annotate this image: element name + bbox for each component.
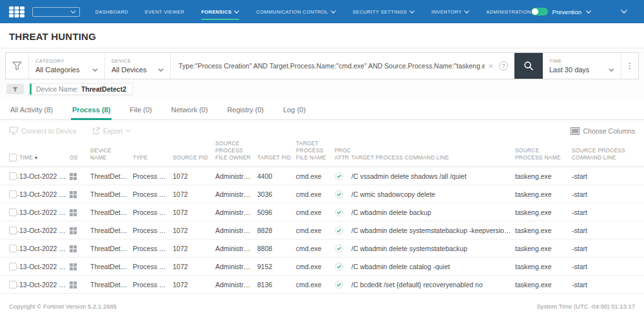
row-checkbox[interactable] [9,208,17,216]
col-header-source-cmd[interactable]: SOURCE PROCESS COMMAND LINE [572,137,644,167]
tab-all-activity-8[interactable]: All Activity (8) [9,101,54,119]
nav-item-administration[interactable]: ADMINISTRATION [486,6,531,18]
org-scope-select[interactable] [32,7,80,17]
table-row[interactable]: 13-Oct-2022 1...ThreatDetect2Process Cre… [0,185,644,203]
nav-item-inventory[interactable]: INVENTORY [431,6,469,18]
cell-type: Process Creation [133,221,173,239]
col-header-source-name[interactable]: SOURCE PROCESS NAME [515,137,572,167]
time-range-dropdown[interactable]: TIME Last 30 days [543,53,621,79]
events-table-wrap: TIME▾OSDEVICE NAMETYPESOURCE PIDSOURCE P… [0,137,644,297]
more-options-icon[interactable]: ⋮ [621,53,638,79]
nav-item-security-settings[interactable]: SECURITY SETTINGS [353,6,415,18]
cell-target-name: cmd.exe [296,239,335,258]
col-header-os[interactable]: OS [70,137,90,167]
mode-label: Prevention [552,8,581,15]
cell-select [0,239,19,258]
tab-registry-0[interactable]: Registry (0) [226,101,265,119]
col-header-target-name[interactable]: TARGET PROCESS FILE NAME [296,137,335,167]
windows-os-icon [70,173,77,180]
category-value: All Categories [35,66,79,74]
table-row[interactable]: 13-Oct-2022 1...ThreatDetect2Process Cre… [0,167,644,185]
cell-target-pid: 8808 [257,239,296,258]
process-attribute-verified-icon[interactable] [335,244,344,253]
process-attribute-verified-icon[interactable] [335,226,344,235]
cell-device-name: ThreatDetect2 [90,167,133,185]
row-checkbox[interactable] [9,190,17,198]
cell-source-cmd: -start [572,221,644,239]
col-header-target-cmd[interactable]: TARGET PROCESS COMMAND LINE [351,137,515,167]
tab-file-0[interactable]: File (0) [128,101,153,119]
tab-process-8[interactable]: Process (8) [71,101,112,119]
table-row[interactable]: 13-Oct-2022 1...ThreatDetect2Process Cre… [0,239,644,258]
cell-time: 13-Oct-2022 1... [19,239,70,258]
connect-to-device-label: Connect to Device [21,127,77,135]
col-header-attr[interactable]: PROC ATTR [335,137,351,167]
tab-network-0[interactable]: Network (0) [170,101,210,119]
col-header-type[interactable]: TYPE [133,137,173,167]
cell-target-pid: 5096 [257,203,296,221]
cell-device-name: ThreatDetect2 [90,203,133,221]
row-checkbox[interactable] [9,245,17,252]
cell-target-name: cmd.exe [296,185,335,203]
nav-item-dashboard[interactable]: DASHBOARD [95,6,128,18]
cell-os [70,167,90,185]
col-header-device[interactable]: DEVICE NAME [90,137,133,167]
cell-select [0,258,19,276]
col-header-label: TARGET PID [257,154,291,161]
applied-filter-funnel-button[interactable] [6,84,24,94]
category-dropdown[interactable]: CATEGORY All Categories [29,53,105,79]
nav-right: Prevention [531,8,636,15]
tab-log-0[interactable]: Log (0) [282,101,307,119]
query-input[interactable]: Type:"Process Creation" AND Target.Proce… [171,53,485,79]
select-all-checkbox[interactable] [9,154,17,161]
nav-item-event-viewer[interactable]: EVENT VIEWER [145,6,184,18]
search-button[interactable] [514,53,543,79]
device-dropdown[interactable]: DEVICE All Devices [105,53,171,79]
row-checkbox[interactable] [9,263,17,270]
process-attribute-verified-icon[interactable] [335,172,344,181]
process-attribute-verified-icon[interactable] [335,208,344,217]
row-checkbox[interactable] [9,281,17,289]
process-attribute-verified-icon[interactable] [335,190,344,199]
table-header-row: TIME▾OSDEVICE NAMETYPESOURCE PIDSOURCE P… [0,137,644,167]
cell-source-owner: Administrators [215,185,257,203]
chevron-down-icon [126,129,131,132]
choose-columns-button[interactable]: Choose Columns [571,127,635,135]
process-attribute-verified-icon[interactable] [335,262,344,271]
table-row[interactable]: 13-Oct-2022 1...ThreatDetect2Process Cre… [0,276,644,294]
query-help-icon[interactable]: ? [499,61,508,70]
chevron-down-icon [92,68,98,72]
process-attribute-verified-icon[interactable] [335,280,344,289]
filter-funnel-icon [6,53,29,79]
toggle-on-icon[interactable] [531,8,548,15]
connect-to-device-button[interactable]: Connect to Device [9,127,77,135]
columns-icon [571,127,580,135]
device-label: DEVICE [112,58,164,64]
col-header-owner[interactable]: SOURCE PROCESS FILE OWNER [215,137,257,167]
nav-item-label: SECURITY SETTINGS [353,9,407,15]
col-header-source-pid[interactable]: SOURCE PID [173,137,215,167]
row-checkbox[interactable] [9,172,17,180]
nav-item-forensics[interactable]: FORENSICS [201,6,239,18]
col-header-label: SOURCE PROCESS FILE OWNER [215,140,251,161]
cell-source-pid: 1072 [173,167,215,185]
windows-os-icon [70,209,77,216]
export-button[interactable]: Export [92,127,131,135]
cell-source-name: taskeng.exe [515,258,572,276]
cell-source-pid: 1072 [173,185,215,203]
nav-item-communication-control[interactable]: COMMUNICATION CONTROL [256,6,336,18]
table-row[interactable]: 13-Oct-2022 1...ThreatDetect2Process Cre… [0,258,644,276]
prevention-mode-toggle[interactable]: Prevention [531,8,591,15]
cell-type: Process Creation [133,276,173,294]
col-header-target-pid[interactable]: TARGET PID [257,137,296,167]
user-menu-chevron-icon[interactable] [621,10,627,14]
col-header-time[interactable]: TIME▾ [19,137,70,167]
cell-target-pid: 8136 [257,276,296,294]
cell-source-owner: Administrators [215,167,257,185]
col-header-label: DEVICE NAME [90,147,112,161]
clear-query-icon[interactable]: × [485,62,496,70]
table-row[interactable]: 13-Oct-2022 1...ThreatDetect2Process Cre… [0,221,644,239]
table-row[interactable]: 13-Oct-2022 1...ThreatDetect2Process Cre… [0,203,644,221]
row-checkbox[interactable] [9,227,17,234]
filter-chip-threatdetect2[interactable]: Device Name:ThreatDetect2 [30,83,133,95]
